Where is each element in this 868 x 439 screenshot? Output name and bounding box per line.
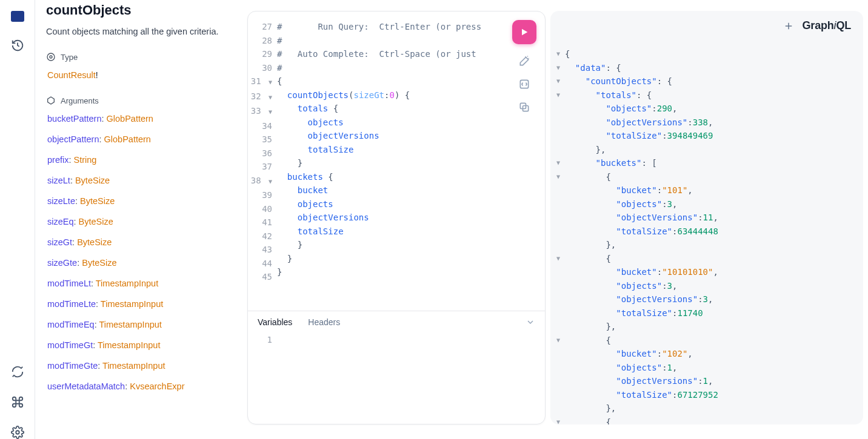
type-link[interactable]: CountResult [47,70,96,80]
run-button[interactable] [512,20,536,44]
argument-type[interactable]: ByteSize [80,196,115,206]
graphiql-logo: GraphiQL [803,19,851,32]
arguments-section-header: Arguments [46,96,236,105]
argument-name[interactable]: userMetadataMatch [47,381,125,391]
argument-row: prefix: String [47,155,236,165]
argument-type[interactable]: GlobPattern [107,114,153,124]
response-panel: GraphiQL ▼{▼ "data": {▼ "countObjects": … [550,11,863,424]
argument-type[interactable]: ByteSize [77,237,112,247]
add-tab-icon[interactable] [783,21,794,31]
argument-row: sizeGt: ByteSize [47,237,236,247]
editor-code[interactable]: # Run Query: Ctrl-Enter (or press## Auto… [277,20,545,311]
editor-bottom-panel: Variables Headers 1 [248,311,545,424]
argument-row: modTimeLt: TimestampInput [47,279,236,288]
editor-gutter: 27 28 29 30 31 ▼32 ▼33 ▼34 35 36 37 38 ▼… [248,20,277,311]
editor-toolbar [512,20,536,113]
chevron-down-icon[interactable] [526,317,535,327]
response-json[interactable]: ▼{▼ "data": {▼ "countObjects": {▼ "total… [556,47,852,424]
refresh-icon[interactable] [11,365,24,378]
svg-point-2 [50,56,52,58]
sidebar-rail [0,0,35,439]
argument-type[interactable]: String [74,155,97,165]
argument-row: bucketPattern: GlobPattern [47,114,236,124]
argument-type[interactable]: TimestampInput [102,361,165,371]
argument-type[interactable]: GlobPattern [104,134,151,144]
svg-marker-3 [48,97,55,104]
argument-name[interactable]: sizeLt [47,176,70,185]
argument-name[interactable]: sizeGt [47,237,72,247]
argument-row: modTimeLte: TimestampInput [47,299,236,309]
svg-point-0 [16,431,19,434]
argument-name[interactable]: modTimeLte [47,299,96,309]
docs-panel: countObjects Count objects matching all … [35,0,247,439]
argument-name[interactable]: modTimeGte [47,361,98,371]
argument-row: sizeGte: ByteSize [47,258,236,268]
argument-type[interactable]: ByteSize [75,176,110,185]
argument-row: userMetadataMatch: KvsearchExpr [47,381,236,391]
argument-row: sizeEq: ByteSize [47,217,236,226]
argument-name[interactable]: sizeEq [47,217,74,226]
arguments-label: Arguments [61,96,99,105]
history-icon[interactable] [11,39,24,52]
variables-editor[interactable]: 1 [248,333,545,424]
svg-point-1 [47,53,55,61]
argument-row: objectPattern: GlobPattern [47,134,236,144]
svg-marker-4 [522,29,527,36]
prettify-icon[interactable] [518,55,530,67]
argument-name[interactable]: sizeLte [47,196,75,206]
settings-icon[interactable] [11,426,24,439]
main-area: 27 28 29 30 31 ▼32 ▼33 ▼34 35 36 37 38 ▼… [247,0,868,439]
docs-title: countObjects [46,2,236,18]
argument-name[interactable]: modTimeEq [47,320,95,329]
docs-icon[interactable] [11,11,24,22]
argument-name[interactable]: modTimeLt [47,279,91,288]
merge-icon[interactable] [518,78,530,90]
query-editor[interactable]: 27 28 29 30 31 ▼32 ▼33 ▼34 35 36 37 38 ▼… [248,12,545,311]
argument-type[interactable]: TimestampInput [98,340,160,350]
editor-tabs: Variables Headers [248,311,545,333]
tab-variables[interactable]: Variables [258,317,292,327]
argument-type[interactable]: TimestampInput [96,279,158,288]
argument-type[interactable]: KvsearchExpr [130,381,184,391]
argument-row: sizeLt: ByteSize [47,176,236,185]
arguments-list: bucketPattern: GlobPatternobjectPattern:… [47,114,236,391]
argument-row: modTimeGt: TimestampInput [47,340,236,350]
copy-icon[interactable] [518,101,530,113]
argument-row: sizeLte: ByteSize [47,196,236,206]
docs-description: Count objects matching all the given cri… [46,27,236,36]
type-section-header: Type [46,52,236,62]
argument-type[interactable]: ByteSize [79,217,113,226]
query-editor-card: 27 28 29 30 31 ▼32 ▼33 ▼34 35 36 37 38 ▼… [247,11,546,424]
argument-row: modTimeEq: TimestampInput [47,320,236,329]
argument-name[interactable]: prefix [47,155,68,165]
argument-type[interactable]: TimestampInput [101,299,163,309]
argument-name[interactable]: modTimeGt [47,340,93,350]
argument-type[interactable]: TimestampInput [99,320,161,329]
type-label: Type [61,53,78,62]
tab-headers[interactable]: Headers [308,317,340,327]
shortcuts-icon[interactable] [11,395,24,409]
variables-gutter: 1 [248,333,277,424]
argument-name[interactable]: bucketPattern [47,114,101,124]
argument-name[interactable]: objectPattern [47,134,99,144]
argument-row: modTimeGte: TimestampInput [47,361,236,371]
argument-name[interactable]: sizeGte [47,258,77,268]
argument-type[interactable]: ByteSize [82,258,116,268]
